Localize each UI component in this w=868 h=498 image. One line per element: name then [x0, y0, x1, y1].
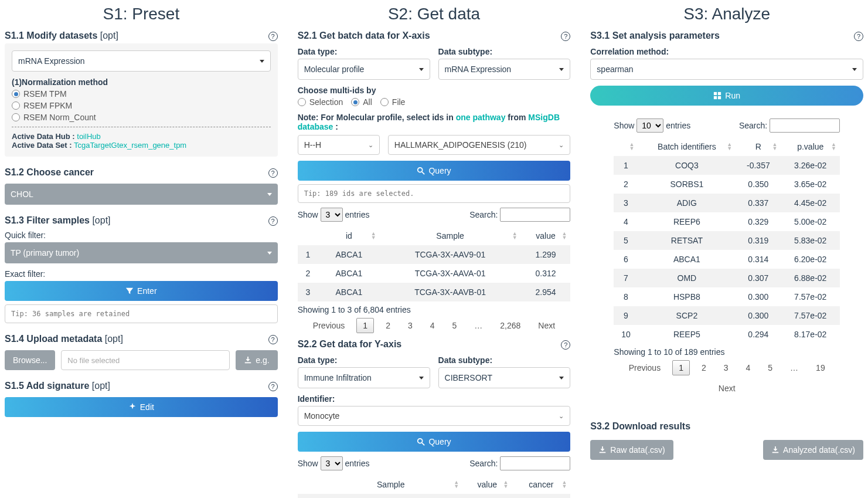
panel-s2-getdata: S2: Get data S2.1 Get batch data for X-a… [293, 0, 576, 498]
download-icon [244, 356, 252, 364]
pathway-select[interactable]: HALLMARK_ADIPOGENESIS (210)⌄ [388, 135, 571, 155]
dsub-label: Data subtype: [438, 47, 571, 56]
page-3[interactable]: 3 [718, 361, 734, 375]
panel-s1-preset: S1: Preset S1.1 Modify datasets [opt] ? … [0, 0, 282, 498]
page-2[interactable]: 2 [696, 361, 712, 375]
tip-ids: Tip: 189 ids are selected. [298, 184, 571, 203]
dt3-th-batch[interactable]: Batch identifiers▲▼ [638, 137, 736, 156]
help-icon[interactable]: ? [561, 340, 570, 350]
multi-all[interactable]: All [351, 97, 372, 107]
identifier-select[interactable]: Monocyte⌄ [298, 406, 571, 426]
sec-32-title: S3.2 Download results [590, 421, 690, 432]
sec-12-title: S1.2 Choose cancer [5, 167, 94, 178]
svg-rect-5 [718, 92, 721, 95]
norm-opt-normcount[interactable]: RSEM Norm_Count [12, 113, 96, 122]
page-1[interactable]: 1 [672, 360, 690, 375]
page-prev[interactable]: Previous [623, 361, 666, 375]
caret-down-icon [260, 60, 264, 63]
query-x-button[interactable]: Query [298, 161, 571, 181]
s1-title: S1: Preset [5, 0, 278, 28]
corr-select[interactable]: spearman [590, 59, 863, 80]
dt1-search-input[interactable] [500, 208, 570, 222]
profile-select[interactable]: mRNA Expression [12, 50, 271, 72]
dt2-th-cancer[interactable]: cancer▲▼ [512, 475, 570, 494]
enter-button[interactable]: Enter [5, 281, 278, 301]
dt2-th-sample[interactable]: Sample▲▼ [319, 475, 462, 494]
sort-icon: ▲▼ [561, 480, 567, 489]
table-row: 10REEP50.2948.17e-02 [614, 325, 840, 344]
x-dsub-select[interactable]: mRNA Expression [438, 59, 571, 80]
query-y-button[interactable]: Query [298, 432, 571, 452]
cancer-select[interactable]: CHOL [5, 184, 278, 205]
quick-filter-select[interactable]: TP (primary tumor) [5, 242, 278, 263]
cancer-select-value: CHOL [11, 189, 33, 199]
dt1-length: Show 3 entries [298, 208, 370, 222]
sort-icon: ▲▼ [831, 143, 836, 151]
page-4[interactable]: 4 [424, 319, 441, 333]
run-button[interactable]: Run [590, 86, 863, 106]
search-icon [417, 167, 425, 175]
multi-selection[interactable]: Selection [298, 97, 343, 107]
sort-icon: ▲▼ [371, 232, 376, 240]
page-next[interactable]: Next [532, 319, 561, 333]
page-last[interactable]: 19 [810, 361, 831, 375]
dt3-search-input[interactable] [770, 118, 840, 133]
pathway-cat-select[interactable]: H--H⌄ [298, 135, 380, 155]
radio-icon [380, 98, 389, 106]
file-selected-text: No file selected [61, 350, 230, 370]
y-dsub-select[interactable]: CIBERSORT [438, 367, 571, 388]
dt1-th-n[interactable] [298, 226, 319, 245]
help-icon[interactable]: ? [268, 335, 278, 344]
dt3-th-n[interactable]: ▲▼ [614, 137, 638, 156]
multi-file[interactable]: File [380, 97, 406, 107]
help-icon[interactable]: ? [854, 32, 863, 41]
norm-opt-fpkm[interactable]: RSEM FPKM [12, 101, 72, 110]
y-dtype-select[interactable]: Immune Infiltration [298, 367, 430, 388]
page-prev[interactable]: Previous [307, 319, 350, 333]
page-1[interactable]: 1 [356, 318, 374, 333]
dt2-th-value[interactable]: value▲▼ [462, 475, 512, 494]
sort-icon: ▲▼ [561, 232, 567, 240]
norm-opt-tpm[interactable]: RSEM TPM [12, 89, 67, 99]
radio-icon [351, 98, 359, 106]
page-last[interactable]: 2,268 [494, 319, 526, 333]
browse-button[interactable]: Browse... [5, 350, 55, 370]
dt3-pager: Previous 1 2 3 4 5 … 19 Next [614, 360, 840, 395]
help-icon[interactable]: ? [268, 216, 278, 226]
dt2-th-n[interactable] [298, 475, 319, 494]
page-4[interactable]: 4 [740, 361, 757, 375]
dataset-well: mRNA Expression (1)Normalization method … [5, 43, 278, 157]
edit-button[interactable]: Edit [5, 397, 278, 417]
norm-label: (1)Normalization method [12, 77, 271, 87]
caret-down-icon [267, 193, 272, 196]
page-5[interactable]: 5 [762, 361, 778, 375]
help-icon[interactable]: ? [268, 32, 278, 41]
page-2[interactable]: 2 [380, 319, 396, 333]
dt1-th-id[interactable]: id▲▼ [318, 226, 379, 245]
help-icon[interactable]: ? [561, 32, 570, 41]
help-icon[interactable]: ? [268, 168, 278, 178]
caret-down-icon [267, 252, 272, 255]
sort-icon: ▲▼ [503, 480, 508, 489]
page-5[interactable]: 5 [447, 319, 463, 333]
dt2-length-select[interactable]: 3 [321, 456, 343, 470]
dt1-th-sample[interactable]: Sample▲▼ [380, 226, 521, 245]
page-ellipsis: … [784, 361, 804, 375]
dt3-th-r[interactable]: R▲▼ [736, 137, 781, 156]
page-next[interactable]: Next [713, 381, 741, 395]
download-raw-button[interactable]: Raw data(.csv) [590, 440, 673, 460]
help-icon[interactable]: ? [268, 382, 278, 391]
sec-14-title: S1.4 Upload metadata [opt] [5, 334, 123, 344]
example-button[interactable]: e.g. [236, 350, 277, 370]
table-row: 3ADIG0.3374.45e-02 [614, 194, 840, 212]
dt2-search-input[interactable] [500, 456, 570, 470]
dt3-length-select[interactable]: 10 [636, 118, 663, 133]
page-3[interactable]: 3 [402, 319, 418, 333]
download-analyzed-button[interactable]: Analyzed data(.csv) [763, 440, 863, 460]
dt1-th-value[interactable]: value▲▼ [521, 226, 571, 245]
multi-label: Choose multi-ids by [298, 86, 571, 95]
dt3-th-p[interactable]: p.value▲▼ [781, 137, 840, 156]
dt1-length-select[interactable]: 3 [321, 208, 343, 222]
sec-22-title: S2.2 Get data for Y-axis [298, 339, 402, 350]
x-dtype-select[interactable]: Molecular profile [298, 59, 430, 80]
